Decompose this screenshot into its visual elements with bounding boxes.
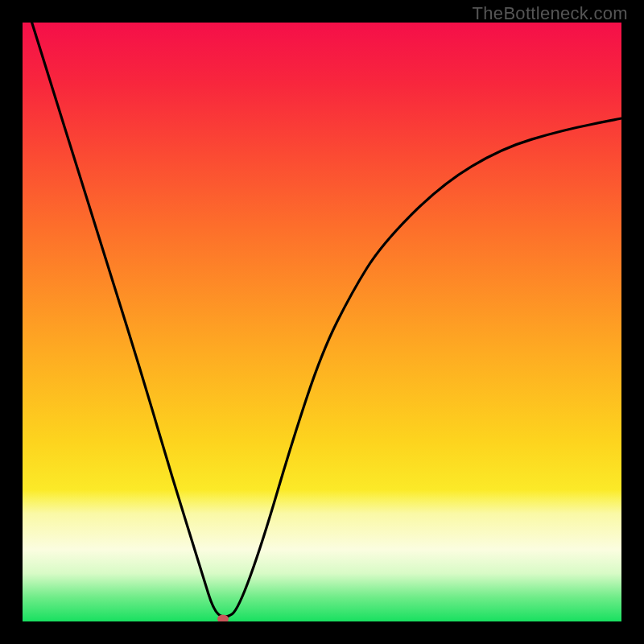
watermark-text: TheBottleneck.com (473, 3, 628, 24)
plot-area (23, 23, 621, 621)
minimum-marker (217, 615, 229, 621)
bottleneck-curve (23, 23, 621, 621)
chart-stage: TheBottleneck.com (0, 0, 644, 644)
